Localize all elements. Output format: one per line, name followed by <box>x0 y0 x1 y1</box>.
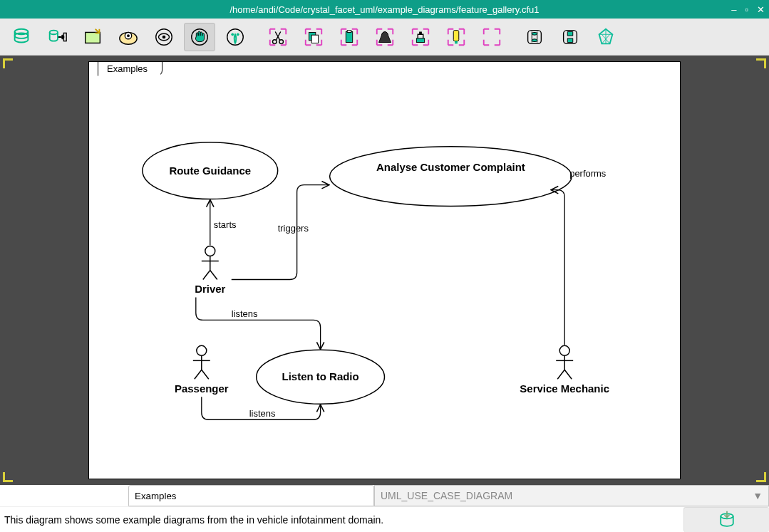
window-title: /home/andi/Code/crystal_facet_uml/exampl… <box>0 4 769 15</box>
svg-point-7 <box>127 34 130 37</box>
diagram-type-select[interactable]: UML_USE_CASE_DIAGRAM ▼ <box>374 485 769 506</box>
svg-line-45 <box>557 370 564 379</box>
actor-passenger[interactable]: Passenger <box>175 345 229 395</box>
rel-performs-label: performs <box>569 168 607 179</box>
delete-icon[interactable] <box>369 23 401 51</box>
new-element-icon[interactable] <box>220 23 251 51</box>
svg-rect-22 <box>419 31 422 34</box>
svg-line-36 <box>210 271 217 280</box>
copy-icon[interactable] <box>298 23 329 51</box>
usecase-complaint-label: Analyse Customer Complaint <box>376 161 525 173</box>
diagram-type-label: UML_USE_CASE_DIAGRAM <box>381 490 512 501</box>
footer-desc-row: This diagram shows some example diagrams… <box>0 506 769 532</box>
minimize-button[interactable]: – <box>731 4 736 15</box>
reset-icon[interactable] <box>476 23 507 51</box>
db-export-icon[interactable] <box>41 23 73 51</box>
paste-icon[interactable] <box>334 23 365 51</box>
actor-mechanic[interactable]: Service Mechanic <box>520 345 609 395</box>
svg-rect-3 <box>63 33 66 41</box>
rel-listens1[interactable]: listens <box>196 297 321 348</box>
commit-db-icon <box>717 510 737 530</box>
rel-listens1-label: listens <box>232 308 258 319</box>
svg-rect-20 <box>347 30 351 32</box>
chevron-down-icon: ▼ <box>753 490 763 501</box>
canvas-area[interactable]: Examples Route Guidance Analyse Customer… <box>0 56 769 485</box>
svg-point-30 <box>330 147 572 207</box>
svg-rect-19 <box>346 31 352 42</box>
svg-rect-18 <box>311 35 318 43</box>
svg-point-42 <box>559 345 569 355</box>
usecase-route-label: Route Guidance <box>169 165 251 177</box>
selection-corner-bl <box>3 472 13 482</box>
svg-point-13 <box>231 33 234 36</box>
svg-point-10 <box>162 35 166 38</box>
rel-starts[interactable]: starts <box>210 201 237 246</box>
undo-icon[interactable] <box>519 23 550 51</box>
selection-corner-tr <box>756 58 766 68</box>
folder-search-icon[interactable] <box>113 23 144 51</box>
window-controls: – ▫ ✕ <box>731 4 765 15</box>
usecase-route[interactable]: Route Guidance <box>143 142 278 199</box>
svg-line-41 <box>202 370 209 379</box>
svg-point-27 <box>532 38 537 41</box>
selection-corner-tl <box>3 58 13 68</box>
svg-rect-4 <box>86 32 100 43</box>
close-button[interactable]: ✕ <box>757 4 765 15</box>
rel-triggers-label: triggers <box>278 223 309 234</box>
maximize-button[interactable]: ▫ <box>745 4 748 15</box>
new-window-icon[interactable] <box>77 23 108 51</box>
svg-line-46 <box>564 370 572 379</box>
footer-row: UML_USE_CASE_DIAGRAM ▼ <box>0 485 769 506</box>
redo-icon[interactable] <box>554 23 586 51</box>
diagram-tab[interactable]: Examples <box>98 61 162 76</box>
rel-starts-label: starts <box>214 219 237 230</box>
svg-line-40 <box>195 370 202 379</box>
cut-icon[interactable] <box>262 23 294 51</box>
diagram-description-input[interactable]: This diagram shows some example diagrams… <box>0 510 683 530</box>
usecase-radio-label: Listen to Radio <box>282 370 359 382</box>
style-icon[interactable] <box>405 23 436 51</box>
actor-driver-label: Driver <box>195 283 225 295</box>
actor-driver[interactable]: Driver <box>195 246 225 296</box>
edit-hand-icon[interactable] <box>184 23 215 51</box>
actor-passenger-label: Passenger <box>175 382 229 395</box>
svg-line-35 <box>203 271 210 280</box>
diagram-name-input[interactable] <box>128 485 374 506</box>
view-icon[interactable] <box>148 23 180 51</box>
about-icon[interactable] <box>590 23 621 51</box>
svg-point-26 <box>532 32 537 35</box>
svg-rect-24 <box>455 41 458 43</box>
usecase-radio[interactable]: Listen to Radio <box>257 350 385 404</box>
svg-point-2 <box>50 30 58 34</box>
highlight-icon[interactable] <box>440 23 472 51</box>
commit-button[interactable] <box>683 507 769 532</box>
db-open-icon[interactable] <box>6 23 37 51</box>
svg-rect-21 <box>416 38 424 42</box>
toolbar <box>0 19 769 56</box>
diagram-frame[interactable]: Examples Route Guidance Analyse Customer… <box>88 61 681 479</box>
svg-rect-23 <box>453 30 459 41</box>
usecase-complaint[interactable]: Analyse Customer Complaint <box>330 147 572 207</box>
svg-point-37 <box>197 345 207 355</box>
rel-listens2-label: listens <box>249 408 276 419</box>
titlebar: /home/andi/Code/crystal_facet_uml/exampl… <box>0 0 769 19</box>
actor-mechanic-label: Service Mechanic <box>520 382 609 395</box>
rel-triggers[interactable]: triggers <box>232 185 329 280</box>
svg-point-32 <box>205 246 215 256</box>
diagram-svg[interactable]: Route Guidance Analyse Customer Complain… <box>89 62 680 479</box>
rel-performs[interactable]: performs <box>552 168 607 345</box>
svg-point-14 <box>237 33 239 36</box>
selection-corner-br <box>756 472 766 482</box>
